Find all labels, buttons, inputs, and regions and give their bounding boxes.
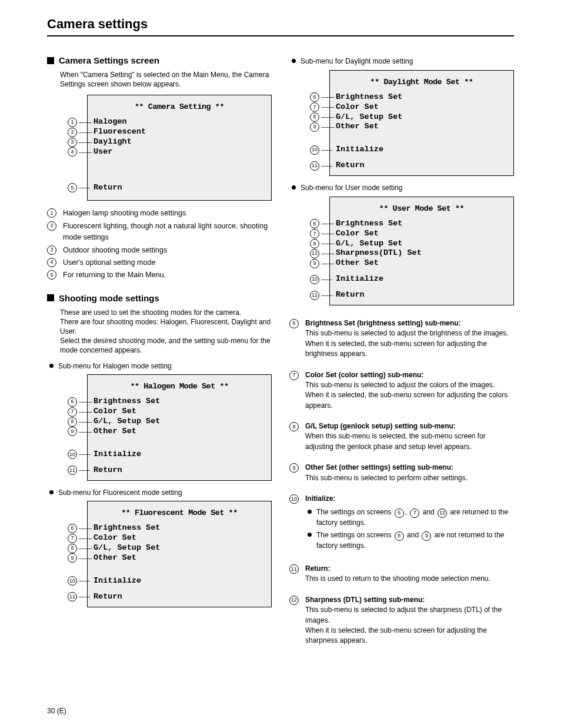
right-column: Sub-menu for Daylight mode setting ** Da… bbox=[289, 53, 514, 657]
menu-label[interactable]: Daylight bbox=[94, 137, 132, 147]
menu-label[interactable]: G/L, Setup Set bbox=[336, 239, 402, 249]
menu-label[interactable]: Brightness Set bbox=[336, 219, 402, 229]
menu-item: 8-------G/L, Setup Set bbox=[310, 112, 482, 122]
page-number: 30 (E) bbox=[47, 707, 66, 715]
bullet-daylight: Sub-menu for Daylight mode setting bbox=[292, 56, 514, 67]
page-title: Camera settings bbox=[47, 16, 514, 32]
circ-8-icon: 8 bbox=[310, 112, 319, 122]
circ-3-icon: 3 bbox=[47, 245, 56, 255]
menu-label[interactable]: Color Set bbox=[336, 102, 379, 112]
circ-2-icon: 2 bbox=[68, 128, 77, 137]
menu-label[interactable]: Return bbox=[94, 592, 122, 602]
menu-label[interactable]: Return bbox=[336, 161, 365, 171]
menu-label[interactable]: Brightness Set bbox=[336, 92, 402, 102]
camera-setting-legend: 1Halogen lamp shooting mode settings 2Fl… bbox=[47, 208, 272, 281]
menu-label[interactable]: Return bbox=[94, 183, 122, 193]
menu-label[interactable]: Other Set bbox=[336, 258, 379, 268]
circ-7-icon: 7 bbox=[410, 508, 419, 518]
menu-item: 7-------Color Set bbox=[310, 102, 482, 112]
circ-6-icon: 6 bbox=[395, 508, 404, 518]
menu-label[interactable]: Halogen bbox=[94, 117, 127, 127]
desc-body: This sub-menu is selected to adjust the … bbox=[305, 381, 507, 410]
menu-label[interactable]: Color Set bbox=[94, 407, 136, 417]
menu-label[interactable]: Brightness Set bbox=[94, 523, 160, 533]
circ-11-icon: 11 bbox=[68, 592, 77, 601]
menu-title: ** Camera Setting ** bbox=[94, 102, 265, 111]
menu-label[interactable]: Fluorescent bbox=[94, 127, 146, 137]
desc-item-7: 7 Color Set (color setting) sub-menu: Th… bbox=[289, 370, 514, 411]
menu-label[interactable]: Color Set bbox=[94, 533, 136, 543]
daylight-menu-wrap: ** Daylight Mode Set ** 6-------Brightne… bbox=[302, 70, 514, 176]
circ-9-icon: 9 bbox=[289, 463, 299, 473]
circ-8-icon: 8 bbox=[68, 417, 77, 427]
menu-label[interactable]: Color Set bbox=[336, 229, 379, 239]
circ-12-icon: 12 bbox=[289, 596, 299, 605]
menu-item-return: 11------Return bbox=[68, 592, 239, 602]
menu-label[interactable]: Return bbox=[336, 290, 365, 300]
list-item: 3Outdoor shooting mode settings bbox=[47, 245, 272, 256]
circ-9-icon: 9 bbox=[422, 531, 431, 541]
menu-label[interactable]: G/L, Setup Set bbox=[94, 417, 160, 427]
menu-item-initialize: 10------Initialize bbox=[68, 450, 239, 460]
menu-item: 6-------Brightness Set bbox=[310, 219, 482, 229]
circ-9-icon: 9 bbox=[68, 553, 77, 563]
circ-7-icon: 7 bbox=[310, 229, 319, 238]
circ-8-icon: 8 bbox=[68, 544, 77, 553]
menu-item: 8-------G/L, Setup Set bbox=[68, 417, 239, 427]
menu-label[interactable]: Initialize bbox=[94, 576, 141, 586]
bullet-dot-icon bbox=[292, 185, 296, 190]
menu-item-initialize: 10------Initialize bbox=[310, 274, 482, 284]
menu-label[interactable]: Other Set bbox=[94, 427, 136, 437]
note-text: The settings on screens 8 and 9 are not … bbox=[316, 530, 514, 551]
menu-item: 4------- User bbox=[68, 147, 239, 157]
list-item: 2Fluorescent lighting, though not a natu… bbox=[47, 221, 272, 244]
fluorescent-menu-wrap: ** Fluorescent Mode Set ** 6-------Brigh… bbox=[60, 501, 272, 607]
section-camera-settings-intro: When "Camera Setting" is selected on the… bbox=[60, 70, 272, 89]
halogen-menu: ** Halogen Mode Set ** 6-------Brightnes… bbox=[87, 374, 272, 480]
menu-label[interactable]: G/L, Setup Set bbox=[336, 112, 402, 122]
desc-title: Return: bbox=[305, 564, 330, 573]
menu-label[interactable]: Initialize bbox=[336, 145, 383, 155]
desc-title: Sharpness (DTL) setting sub-menu: bbox=[305, 596, 425, 604]
circ-3-icon: 3 bbox=[68, 138, 77, 147]
bullet-dot-icon bbox=[49, 364, 54, 368]
menu-item: 6-------Brightness Set bbox=[68, 397, 239, 407]
menu-label[interactable]: Brightness Set bbox=[94, 397, 160, 407]
camera-setting-menu-wrap: ** Camera Setting ** 1------- Halogen 2-… bbox=[60, 95, 272, 201]
circ-6-icon: 6 bbox=[289, 319, 299, 328]
menu-label[interactable]: Other Set bbox=[94, 553, 136, 563]
list-item: 1Halogen lamp shooting mode settings bbox=[47, 208, 272, 219]
camera-setting-menu: ** Camera Setting ** 1------- Halogen 2-… bbox=[87, 95, 272, 201]
user-menu: ** User Mode Set ** 6-------Brightness S… bbox=[329, 197, 514, 305]
circ-9-icon: 9 bbox=[310, 259, 319, 268]
bullet-dot-icon bbox=[49, 490, 54, 494]
desc-title: G/L Setup (genlock setup) setting sub-me… bbox=[305, 422, 456, 430]
menu-item: 7-------Color Set bbox=[68, 407, 239, 417]
menu-title: ** User Mode Set ** bbox=[336, 204, 507, 213]
circ-10-icon: 10 bbox=[289, 494, 299, 504]
menu-label[interactable]: User bbox=[94, 147, 112, 157]
menu-item-initialize: 10------Initialize bbox=[68, 576, 239, 586]
circ-10-icon: 10 bbox=[68, 450, 77, 459]
menu-item: 12-------Sharpness(DTL) Set bbox=[310, 248, 482, 258]
circ-9-icon: 9 bbox=[310, 122, 319, 132]
desc-title: Initialize: bbox=[305, 494, 335, 503]
menu-label[interactable]: Return bbox=[94, 466, 122, 476]
desc-body: This sub-menu is selected to adjust the … bbox=[305, 606, 502, 644]
bullet-text: Sub-menu for User mode setting bbox=[300, 183, 514, 193]
circ-7-icon: 7 bbox=[68, 534, 77, 543]
circ-11-icon: 11 bbox=[310, 291, 319, 300]
header-rule bbox=[47, 35, 514, 36]
circ-1-icon: 1 bbox=[47, 208, 56, 218]
menu-label[interactable]: Sharpness(DTL) Set bbox=[336, 248, 422, 258]
circ-10-icon: 10 bbox=[310, 275, 319, 284]
circ-11-icon: 11 bbox=[289, 564, 299, 574]
menu-item: 9-------Other Set bbox=[310, 258, 482, 268]
menu-label[interactable]: G/L, Setup Set bbox=[94, 543, 160, 553]
menu-label[interactable]: Initialize bbox=[94, 450, 141, 460]
menu-label[interactable]: Initialize bbox=[336, 274, 383, 284]
desc-item-12: 12 Sharpness (DTL) setting sub-menu: Thi… bbox=[289, 595, 514, 646]
circ-6-icon: 6 bbox=[68, 524, 77, 533]
desc-item-6: 6 Brightness Set (brightness setting) su… bbox=[289, 318, 514, 360]
menu-label[interactable]: Other Set bbox=[336, 122, 379, 132]
